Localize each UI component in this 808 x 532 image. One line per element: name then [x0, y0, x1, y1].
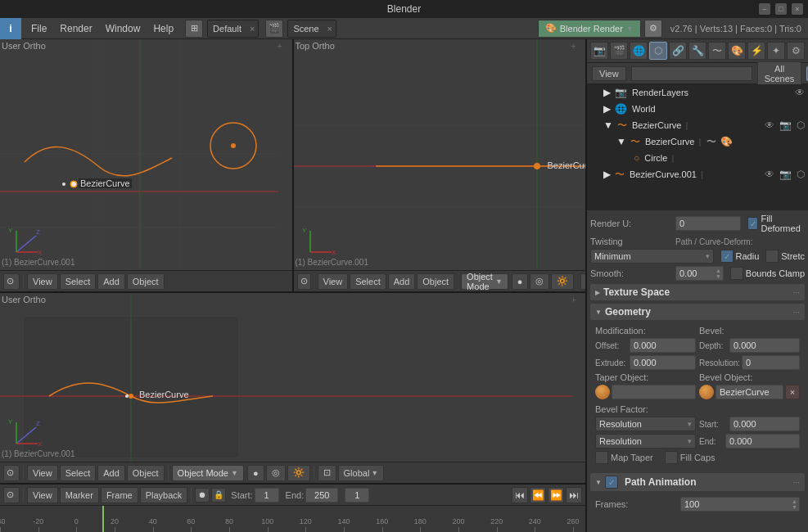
bevel-factor-res1-dropdown[interactable]: Resolution ▾ [595, 417, 696, 431]
object-mode-bottom[interactable]: Object Mode ▼ [172, 465, 244, 481]
object-menu-bottom[interactable]: Object [127, 465, 165, 481]
menu-file[interactable]: File [25, 18, 53, 39]
shading-wire-b[interactable]: ◎ [266, 465, 286, 481]
panel-material-icon[interactable]: 🎨 [728, 42, 746, 60]
viewport-icon-top[interactable]: ⊙ [297, 273, 311, 290]
shading-solid[interactable]: ● [512, 273, 529, 290]
shading-extra-b[interactable]: ⊡ [318, 465, 336, 481]
workspace-label[interactable]: Default [208, 24, 246, 34]
shading-rendered[interactable]: 🔆 [551, 273, 574, 290]
viewport-shading-extra[interactable]: ⊡ [580, 273, 585, 290]
shading-rendered-b[interactable]: 🔆 [287, 465, 310, 481]
depth-value[interactable]: 0.000 [729, 338, 800, 353]
beziercurve-eye-icon[interactable]: 👁 [765, 119, 774, 131]
object-mode-top[interactable]: Object Mode ▼ [461, 273, 508, 290]
viewport-bottom[interactable]: User Ortho + BezierCurve [0, 293, 585, 483]
beziercurve001-cam-icon[interactable]: 📷 [779, 169, 792, 180]
global-dropdown-b[interactable]: Global ▼ [338, 465, 385, 481]
menu-render[interactable]: Render [53, 18, 98, 39]
radiu-checkbox[interactable]: ✓ [720, 250, 734, 263]
offset-value[interactable]: 0.000 [630, 338, 696, 353]
minimize-button[interactable]: – [759, 3, 770, 15]
panel-texture-icon[interactable]: ⚡ [747, 42, 765, 60]
view-menu-top[interactable]: View [318, 273, 349, 290]
end-frame-value[interactable]: 250 [305, 488, 338, 503]
view-menu-bottom[interactable]: View [27, 465, 58, 481]
path-animation-header[interactable]: ▼ ✓ Path Animation ··· [590, 473, 805, 491]
path-anim-checkbox[interactable]: ✓ [605, 476, 618, 489]
outliner-view-btn[interactable]: View [592, 66, 626, 81]
beziercurve001-eye-icon[interactable]: 👁 [765, 169, 774, 180]
geometry-header[interactable]: ▼ Geometry ··· [590, 304, 805, 320]
timeline-playback-menu[interactable]: Playback [140, 487, 188, 503]
panel-particles-icon[interactable]: ✦ [767, 42, 785, 60]
texture-space-header[interactable]: ▶ Texture Space ··· [590, 284, 805, 300]
play-forward-button[interactable]: ⏩ [548, 487, 564, 503]
renderlayers-eye-icon[interactable]: 👁 [795, 87, 805, 98]
jump-end-button[interactable]: ⏭ [566, 487, 582, 503]
add-menu-user[interactable]: Add [97, 273, 125, 290]
viewport-icon-bottom[interactable]: ⊙ [3, 465, 20, 481]
timeline-view-menu[interactable]: View [27, 487, 58, 503]
bevel-factor-res2-dropdown[interactable]: Resolution ▾ [595, 434, 696, 449]
cycles-logo[interactable]: ⚙ [644, 20, 662, 38]
beziercurve001-render-icon[interactable]: ⬡ [797, 169, 805, 180]
add-menu-bottom[interactable]: Add [97, 465, 125, 481]
render-u-value[interactable]: 0 [675, 216, 741, 231]
beziercurve-cam-icon[interactable]: 📷 [779, 119, 792, 131]
record-button[interactable]: ⏺ [195, 488, 210, 503]
workspace-close[interactable]: × [246, 24, 258, 34]
object-menu-user[interactable]: Object [127, 273, 165, 290]
shading-solid-b[interactable]: ● [247, 465, 264, 481]
viewport-top-ortho[interactable]: Top Ortho + BezierCurve [294, 39, 586, 291]
bevel-obj-field[interactable]: BezierCurve [715, 385, 783, 399]
fill-caps-checkbox[interactable] [665, 451, 678, 464]
menu-help[interactable]: Help [147, 18, 180, 39]
panel-object-icon[interactable]: ⬡ [649, 42, 667, 60]
twisting-dropdown[interactable]: Minimum ▾ [590, 249, 714, 264]
start-frame-value[interactable]: 1 [255, 488, 279, 503]
panel-physics-icon[interactable]: ⚙ [787, 42, 805, 60]
maximize-button[interactable]: □ [775, 3, 787, 15]
play-reverse-button[interactable]: ⏪ [530, 487, 546, 503]
view-menu-user[interactable]: View [27, 273, 58, 290]
select-menu-bottom[interactable]: Select [60, 465, 97, 481]
stretch-checkbox[interactable] [765, 250, 779, 263]
timeline-frame-menu[interactable]: Frame [101, 487, 138, 503]
beziercurve-render-icon[interactable]: ⬡ [797, 119, 805, 131]
outliner-item-world[interactable]: ▶ 🌐 World [587, 101, 808, 117]
scene-icon[interactable]: 🎬 [265, 20, 283, 38]
panel-world-icon[interactable]: 🌐 [630, 42, 648, 60]
jump-start-button[interactable]: ⏮ [512, 487, 528, 503]
bevel-obj-close[interactable]: × [785, 385, 800, 399]
panel-scene-icon[interactable]: 🎬 [610, 42, 628, 60]
map-taper-checkbox[interactable] [595, 451, 608, 464]
workspace-icon[interactable]: ⊞ [185, 20, 203, 38]
shading-wire[interactable]: ◎ [530, 273, 549, 290]
timeline-marker-menu[interactable]: Marker [60, 487, 99, 503]
viewport-user-ortho[interactable]: User Ortho + [0, 39, 294, 291]
bounds-clamp-checkbox[interactable] [730, 267, 743, 280]
scene-close[interactable]: × [324, 24, 336, 34]
object-menu-top[interactable]: Object [417, 273, 454, 290]
fill-deformed-checkbox[interactable]: ✓ [747, 217, 758, 230]
close-button[interactable]: × [792, 3, 803, 15]
panel-data-icon[interactable]: 〜 [708, 42, 726, 60]
start-value[interactable]: 0.000 [729, 417, 800, 431]
panel-modifier-icon[interactable]: 🔧 [688, 42, 706, 60]
end-value[interactable]: 0.000 [725, 434, 800, 449]
outliner-item-beziercurve-child[interactable]: ▼ 〜 BezierCurve | 〜 🎨 [587, 133, 808, 150]
panel-render-icon[interactable]: 📷 [590, 42, 608, 60]
outliner-item-beziercurve001[interactable]: ▶ 〜 BezierCurve.001 | 👁 📷 ⬡ [587, 166, 808, 183]
select-menu-top[interactable]: Select [350, 273, 386, 290]
resolution-value[interactable]: 0 [742, 355, 800, 370]
timeline-ruler[interactable]: -40-200204060801001201401601802002202402… [0, 506, 585, 532]
current-frame-value[interactable]: 1 [345, 488, 369, 503]
scene-label[interactable]: Scene [288, 24, 323, 34]
outliner-search[interactable] [631, 66, 752, 81]
extrude-value[interactable]: 0.000 [630, 355, 696, 370]
add-menu-top[interactable]: Add [388, 273, 416, 290]
viewport-icon-user[interactable]: ⊙ [3, 273, 20, 290]
lock-button[interactable]: 🔒 [211, 488, 226, 503]
render-engine-button[interactable]: 🎨 Blender Render ▼ [538, 20, 641, 38]
